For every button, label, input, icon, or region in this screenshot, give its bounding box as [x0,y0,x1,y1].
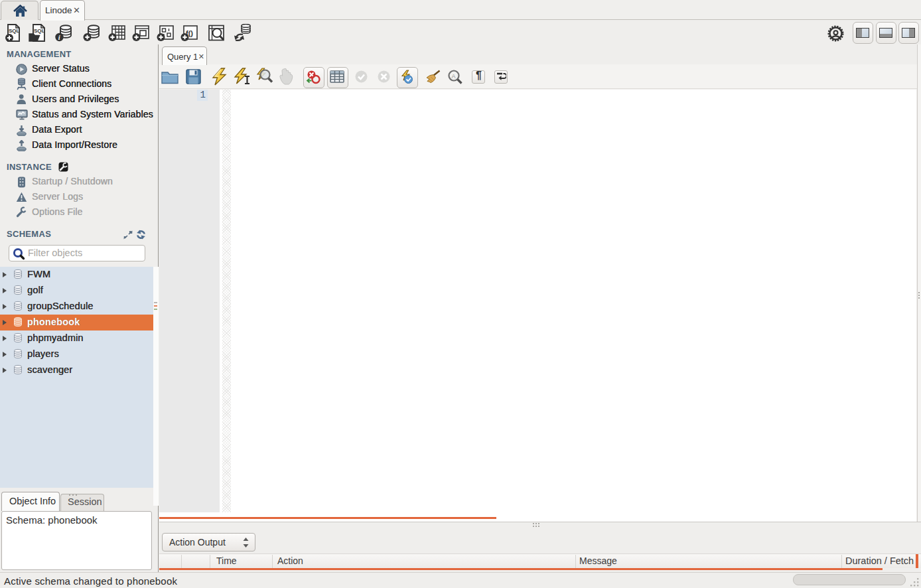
svg-text:A: A [452,73,456,80]
svg-text:i: i [58,34,60,41]
